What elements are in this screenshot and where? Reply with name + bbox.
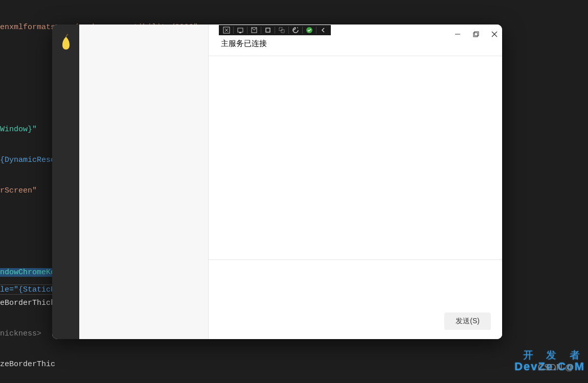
send-button[interactable]: 发送(S) (444, 313, 491, 330)
svg-rect-10 (474, 32, 479, 36)
debug-hot-reload-icon[interactable] (290, 26, 301, 35)
debug-collapse-icon[interactable] (318, 26, 329, 35)
connection-status-label: 主服务已连接 (221, 39, 267, 49)
code-line: le="{StaticR (0, 285, 55, 294)
chat-main-panel: 主服务已连接 发送(S) (209, 25, 502, 339)
titlebar: 主服务已连接 (209, 25, 502, 56)
close-button[interactable] (491, 31, 498, 38)
window-controls (454, 31, 498, 38)
contact-list-panel[interactable] (79, 25, 209, 339)
code-line: zeBorderThic (0, 360, 55, 369)
chat-input-area[interactable]: 发送(S) (209, 260, 502, 339)
code-line: rScreen" (0, 186, 37, 195)
csdn-watermark: CSDN @ (538, 363, 574, 373)
code-line: ndowChromeKe (0, 268, 55, 277)
app-logo-pear-icon (59, 34, 73, 50)
svg-rect-2 (239, 32, 241, 33)
code-line: eBorderThick (0, 299, 55, 307)
chat-app-window: 主服务已连接 发送(S) (52, 25, 502, 339)
chat-message-area[interactable] (209, 56, 502, 260)
code-line: nickness> (0, 329, 41, 338)
svg-rect-4 (266, 28, 270, 32)
debug-live-visual-tree-icon[interactable] (221, 26, 232, 35)
debug-track-focus-icon[interactable] (262, 26, 274, 35)
svg-rect-9 (473, 33, 478, 37)
code-line: Window}" (0, 125, 37, 134)
minimize-button[interactable] (454, 31, 461, 38)
svg-rect-6 (281, 30, 284, 33)
watermark-line1: 开 发 者 (514, 349, 585, 361)
code-line: {DynamicReso (0, 156, 55, 164)
debug-display-layout-icon[interactable] (248, 26, 260, 35)
maximize-button[interactable] (472, 31, 480, 38)
debug-select-element-icon[interactable] (235, 26, 246, 35)
debug-show-adorners-icon[interactable] (276, 26, 287, 35)
vs-debug-toolbar (219, 25, 331, 35)
debug-status-ok-icon[interactable] (304, 26, 315, 35)
svg-rect-1 (238, 28, 243, 32)
app-sidebar (52, 25, 79, 339)
svg-rect-5 (279, 28, 282, 31)
